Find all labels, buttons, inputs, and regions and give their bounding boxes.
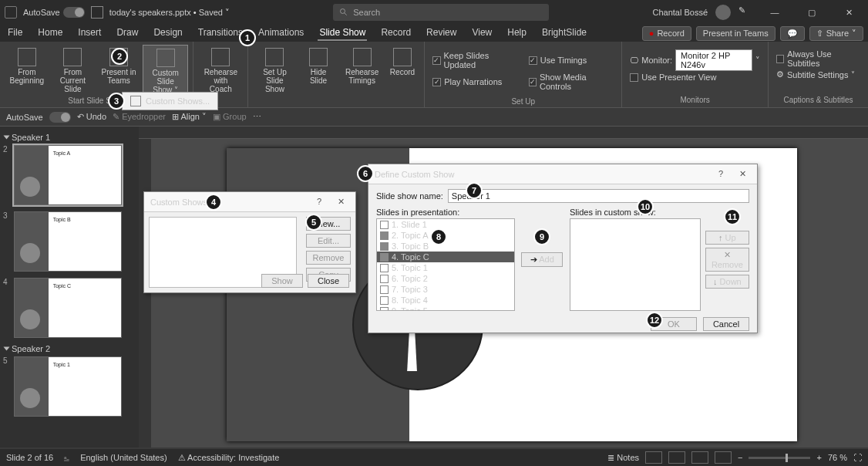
record[interactable]: Record bbox=[385, 45, 419, 95]
use-timings[interactable]: ✓Use Timings bbox=[529, 51, 614, 69]
search-box[interactable]: Search bbox=[333, 4, 549, 21]
step-badge-4: 4 bbox=[205, 194, 222, 211]
share-button[interactable]: ⇧ Share ˅ bbox=[809, 26, 863, 41]
qat-eyedropper[interactable]: ✎ Eyedropper bbox=[113, 112, 166, 122]
tab-view[interactable]: View bbox=[470, 25, 493, 41]
slide-thumbnail[interactable]: Topic A bbox=[14, 145, 122, 205]
view-slideshow[interactable] bbox=[715, 451, 732, 464]
tab-file[interactable]: File bbox=[6, 25, 24, 41]
qat-undo[interactable]: ↶ Undo bbox=[77, 112, 106, 122]
play-narrations[interactable]: ✓Play Narrations bbox=[432, 73, 518, 91]
dialog-help[interactable]: ? bbox=[311, 197, 328, 207]
rehearse-with-coach[interactable]: Rehearse with Coach bbox=[198, 45, 243, 95]
comments-button[interactable]: 💬 bbox=[780, 26, 805, 41]
qat-align[interactable]: ⊞ Align ˅ bbox=[172, 112, 207, 122]
language[interactable]: English (United States) bbox=[80, 453, 167, 462]
tab-review[interactable]: Review bbox=[425, 25, 458, 41]
search-icon bbox=[339, 8, 348, 17]
tab-slide-show[interactable]: Slide Show bbox=[318, 25, 367, 41]
zoom-out[interactable]: − bbox=[738, 453, 742, 462]
dialog-help[interactable]: ? bbox=[712, 169, 729, 179]
window-restore[interactable]: ▢ bbox=[797, 2, 826, 23]
remove-button[interactable]: Remove bbox=[306, 251, 351, 265]
zoom-level[interactable]: 76 % bbox=[828, 453, 847, 462]
slide-thumbnail-panel[interactable]: Speaker 12Topic A3Topic B4Topic CSpeaker… bbox=[0, 127, 139, 447]
title-bar: AutoSave today's speakers.pptx • Saved ˅… bbox=[0, 0, 868, 25]
down-button[interactable]: ↓ Down bbox=[705, 275, 749, 289]
remove-slide-button[interactable]: ✕ Remove bbox=[705, 248, 749, 272]
slides-in-custom-show-list[interactable] bbox=[570, 218, 701, 311]
username[interactable]: Chantal Bossé bbox=[652, 8, 708, 17]
view-sorter[interactable] bbox=[668, 451, 685, 464]
tab-insert[interactable]: Insert bbox=[76, 25, 103, 41]
section-header[interactable]: Speaker 2 bbox=[5, 344, 134, 353]
spellcheck-icon[interactable]: ⎁ bbox=[64, 453, 69, 462]
from-current-slide[interactable]: From Current Slide bbox=[51, 45, 96, 96]
qat-more[interactable]: ⋯ bbox=[253, 112, 261, 122]
section-header[interactable]: Speaker 1 bbox=[5, 133, 134, 142]
save-icon[interactable] bbox=[91, 6, 103, 19]
set-up-slide-show[interactable]: Set Up Slide Show bbox=[253, 45, 297, 95]
tab-animations[interactable]: Animations bbox=[257, 25, 305, 41]
tab-home[interactable]: Home bbox=[36, 25, 64, 41]
rehearse-timings[interactable]: Rehearse Timings bbox=[340, 45, 384, 95]
list-item[interactable]: 7. Topic 3 bbox=[377, 284, 514, 295]
slide-thumbnail[interactable]: Topic B bbox=[14, 211, 122, 272]
window-minimize[interactable]: — bbox=[760, 2, 789, 23]
accessibility-status[interactable]: ⚠ Accessibility: Investigate bbox=[178, 453, 280, 463]
window-close[interactable]: ✕ bbox=[834, 2, 863, 23]
zoom-slider[interactable] bbox=[749, 457, 810, 459]
slide-thumbnail[interactable]: Topic 1 bbox=[14, 356, 122, 417]
subtitle-settings[interactable]: ⚙Subtitle Settings ˅ bbox=[776, 69, 860, 79]
tab-design[interactable]: Design bbox=[152, 25, 183, 41]
slide-counter[interactable]: Slide 2 of 16 bbox=[6, 453, 53, 462]
qat-autosave-toggle[interactable] bbox=[49, 112, 71, 123]
tab-record[interactable]: Record bbox=[379, 25, 412, 41]
up-button[interactable]: ↑ Up bbox=[705, 231, 749, 245]
use-presenter-view[interactable]: Use Presenter View bbox=[630, 73, 760, 82]
cancel-button[interactable]: Cancel bbox=[703, 317, 749, 331]
zoom-in[interactable]: + bbox=[816, 453, 821, 462]
show-media-controls[interactable]: ✓Show Media Controls bbox=[529, 73, 614, 91]
notes-button[interactable]: ≣ Notes bbox=[607, 453, 639, 463]
hide-slide[interactable]: Hide Slide bbox=[298, 45, 339, 95]
list-item[interactable]: 4. Topic C bbox=[377, 252, 514, 262]
present-in-teams-button[interactable]: Present in Teams bbox=[696, 26, 775, 41]
monitor-select[interactable]: 🖵Monitor:Monitor 2 HP N246v˅ bbox=[630, 49, 760, 71]
tab-draw[interactable]: Draw bbox=[115, 25, 140, 41]
dialog-close[interactable]: ✕ bbox=[332, 197, 349, 207]
custom-slide-show[interactable]: Custom Slide Show ˅ bbox=[143, 45, 189, 96]
from-beginning[interactable]: From Beginning bbox=[5, 45, 49, 96]
dialog-close[interactable]: ✕ bbox=[734, 169, 751, 179]
tab-transitions[interactable]: Transitions bbox=[197, 25, 244, 41]
ribbon-mode-icon[interactable]: ✎ bbox=[738, 5, 752, 19]
custom-shows-menu-item[interactable]: Custom Shows... bbox=[122, 92, 218, 110]
keep-slides-updated[interactable]: ✓Keep Slides Updated bbox=[432, 51, 518, 69]
slideshow-name-label: Slide show name: bbox=[376, 191, 443, 201]
view-normal[interactable] bbox=[645, 451, 662, 464]
list-item[interactable]: 5. Topic 1 bbox=[377, 262, 514, 273]
edit-button[interactable]: Edit... bbox=[306, 234, 351, 248]
qat-group[interactable]: ▣ Group bbox=[213, 112, 247, 122]
close-button[interactable]: Close bbox=[308, 274, 349, 288]
view-reading[interactable] bbox=[691, 451, 708, 464]
user-avatar[interactable] bbox=[715, 5, 731, 20]
slide-thumbnail[interactable]: Topic C bbox=[14, 278, 122, 338]
fit-to-window[interactable]: ⛶ bbox=[853, 453, 862, 462]
list-item[interactable]: 9. Topic 5 bbox=[377, 306, 514, 311]
tab-brightslide[interactable]: BrightSlide bbox=[540, 25, 588, 41]
list-item[interactable]: 6. Topic 2 bbox=[377, 273, 514, 284]
show-button[interactable]: Show bbox=[261, 274, 303, 288]
document-name[interactable]: today's speakers.pptx • Saved ˅ bbox=[109, 8, 230, 18]
autosave-toggle[interactable]: AutoSave bbox=[23, 7, 85, 18]
autosave-pill[interactable] bbox=[63, 7, 85, 18]
tab-help[interactable]: Help bbox=[506, 25, 528, 41]
list-item[interactable]: 8. Topic 4 bbox=[377, 295, 514, 306]
list-item[interactable]: 3. Topic B bbox=[377, 241, 514, 252]
list-item[interactable]: 1. Slide 1 bbox=[377, 219, 514, 230]
step-badge-8: 8 bbox=[430, 228, 447, 245]
slideshow-name-input[interactable] bbox=[448, 189, 749, 203]
record-button[interactable]: ●Record bbox=[642, 26, 691, 41]
always-use-subtitles[interactable]: Always Use Subtitles bbox=[776, 49, 860, 68]
add-button[interactable]: ➔ Add bbox=[521, 252, 563, 267]
